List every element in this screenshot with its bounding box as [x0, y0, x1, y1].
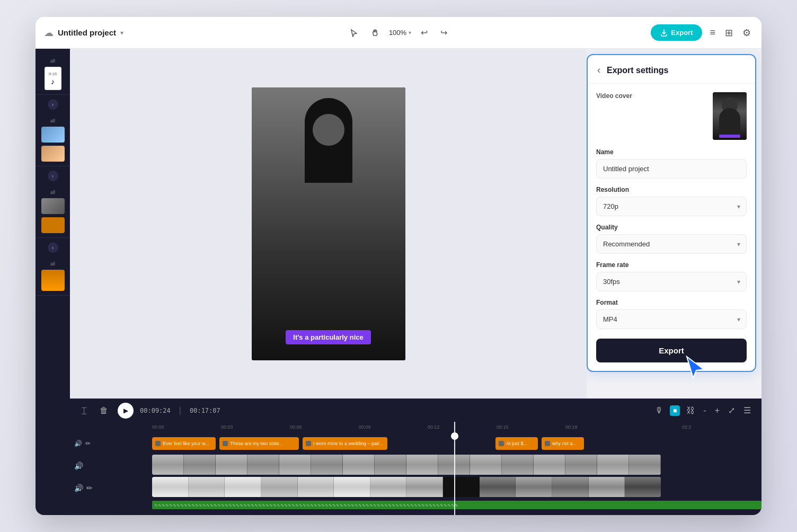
video-track-2-controls: 🔊 ✏ [70, 484, 152, 492]
project-name: Untitled project [58, 28, 116, 37]
frame-6 [311, 455, 343, 475]
subtitle-clip-5[interactable]: why not a... [542, 437, 584, 450]
subtitle-clip-2-text: These are my two siste... [230, 441, 283, 446]
current-time: 00:09:24 [140, 407, 171, 414]
fullscreen-button[interactable]: ⤢ [726, 403, 737, 418]
play-button[interactable]: ▶ [118, 403, 134, 419]
ruler-tick-1: 00:03 [221, 424, 233, 430]
bw-frame-10 [516, 477, 552, 497]
sidebar-thumb-2[interactable] [41, 146, 65, 162]
bw-frame-3 [225, 477, 261, 497]
subtitle-volume-icon[interactable]: 🔊 [74, 440, 82, 447]
audio-track-content[interactable]: ∿∿∿∿∿∿∿∿∿∿∿∿∿∿∿∿∿∿∿∿∿∿∿∿∿∿∿∿∿∿∿∿∿∿∿∿∿∿∿∿… [152, 501, 761, 509]
subtitle-clip-3-text: I wore mine to a wedding – pair... [313, 441, 383, 446]
mic-icon-button[interactable]: 🎙 [653, 404, 666, 418]
video-track-2-edit-icon[interactable]: ✏ [86, 484, 93, 492]
video-track-1-content [152, 455, 761, 477]
subtitle-clip-2[interactable]: These are my two siste... [219, 437, 299, 450]
screen-record-button[interactable]: ■ [670, 405, 680, 416]
sidebar-item-portrait[interactable]: 9:16 ♪ [45, 67, 61, 90]
select-tool-button[interactable] [347, 25, 361, 40]
bw-frame-1 [152, 477, 189, 497]
layers-icon-button[interactable]: ≡ [707, 25, 718, 40]
format-select[interactable]: MP4 MOV GIF WebM [596, 309, 747, 329]
clip-menu-button[interactable]: ☰ [741, 403, 753, 418]
redo-button[interactable]: ↪ [437, 24, 450, 41]
filmstrip-1[interactable] [152, 455, 661, 475]
audio-track-row: ∿∿∿∿∿∿∿∿∿∿∿∿∿∿∿∿∿∿∿∿∿∿∿∿∿∿∿∿∿∿∿∿∿∿∿∿∿∿∿∿… [70, 499, 761, 511]
subtitle-edit-icon[interactable]: ✏ [85, 440, 91, 447]
export-settings-panel: ‹ Export settings Video cover [587, 54, 756, 372]
frame-2 [184, 455, 216, 475]
sidebar-thumb-1[interactable] [41, 127, 65, 143]
panel-body: Video cover [588, 84, 755, 371]
subtitle-clip-3[interactable]: I wore mine to a wedding – pair... [303, 437, 387, 450]
quality-select[interactable]: Recommended High Medium Low [596, 234, 747, 254]
quality-field-group: Quality Recommended High Medium Low ▾ [596, 224, 747, 254]
subtitle-track-row: 🔊 ✏ Ever feel like your w... [70, 432, 761, 455]
resolution-label: Resolution [596, 186, 747, 193]
frame-14 [565, 455, 597, 475]
link-button[interactable]: ⛓ [684, 404, 697, 418]
sidebar-thumb-5[interactable] [41, 270, 65, 291]
framerate-select[interactable]: 30fps 24fps 60fps 25fps [596, 272, 747, 291]
export-action-button[interactable]: Export [596, 339, 747, 362]
ruler-tick-3: 00:09 [359, 424, 371, 430]
filmstrip-2[interactable] [152, 477, 661, 497]
sidebar-all-label-4: all [50, 261, 55, 267]
bw-frame-9 [480, 477, 516, 497]
sidebar-section-1: all 9:16 ♪ [36, 54, 70, 95]
sidebar-expand-2[interactable]: › [48, 171, 58, 181]
frame-16 [629, 455, 661, 475]
bw-frame-5 [298, 477, 334, 497]
subtitle-clip-2-icon [223, 441, 228, 446]
bw-frame-12 [589, 477, 625, 497]
ruler-tick-4: 00:12 [428, 424, 440, 430]
zoom-chevron-icon: ▾ [409, 30, 411, 36]
zoom-out-button[interactable]: - [701, 404, 708, 418]
sidebar-section-2: all [36, 114, 70, 166]
video-track-2-volume-icon[interactable]: 🔊 [74, 484, 83, 492]
export-button[interactable]: Export [651, 24, 702, 41]
video-track-2-content [152, 477, 761, 499]
bw-frame-6 [334, 477, 370, 497]
hand-tool-button[interactable] [368, 25, 383, 40]
resolution-select[interactable]: 720p 1080p 4K 480p [596, 197, 747, 216]
sidebar-thumb-3[interactable] [41, 198, 65, 214]
delete-clip-button[interactable]: 🗑 [96, 403, 111, 419]
format-select-wrapper: MP4 MOV GIF WebM ▾ [596, 309, 747, 329]
subtitle-track-controls: 🔊 ✏ [70, 440, 152, 447]
sidebar-section-3: all [36, 185, 70, 238]
layout-icon-button[interactable]: ⊞ [723, 25, 735, 41]
quality-label: Quality [596, 224, 747, 231]
bw-frame-7 [370, 477, 407, 497]
frame-3 [216, 455, 247, 475]
frame-8 [375, 455, 406, 475]
video-bottom: It's a particularly nice [252, 254, 405, 360]
sidebar-expand-3[interactable]: › [48, 242, 58, 253]
frame-13 [534, 455, 565, 475]
audio-waveform-label: ∿∿∿∿∿∿∿∿∿∿∿∿∿∿∿∿∿∿∿∿∿∿∿∿∿∿∿∿∿∿∿∿∿∿∿∿∿∿∿∿… [154, 503, 458, 508]
settings-icon-button[interactable]: ⚙ [740, 25, 753, 41]
video-track-1-volume-icon[interactable]: 🔊 [74, 462, 83, 470]
name-label: Name [596, 148, 747, 156]
frame-1 [152, 455, 184, 475]
bw-frame-13 [625, 477, 661, 497]
zoom-control[interactable]: 100% ▾ [389, 29, 411, 37]
framerate-field-group: Frame rate 30fps 24fps 60fps 25fps ▾ [596, 261, 747, 291]
panel-back-button[interactable]: ‹ [596, 64, 601, 77]
top-bar-right: Export ≡ ⊞ ⚙ [651, 24, 753, 41]
sidebar-thumb-4[interactable] [41, 217, 65, 233]
zoom-in-button[interactable]: + [713, 404, 722, 418]
subtitle-clip-4[interactable]: At just $... [495, 437, 538, 450]
subtitle-clip-1[interactable]: Ever feel like your w... [152, 437, 216, 450]
subtitle-clip-1-icon [155, 441, 161, 446]
sidebar-expand-1[interactable]: › [48, 99, 58, 110]
video-subtitle: It's a particularly nice [286, 330, 370, 344]
sidebar-all-label-2: all [50, 118, 55, 123]
trim-tool-button[interactable]: ⌶ [78, 403, 90, 419]
playhead-handle [451, 432, 458, 440]
name-input[interactable] [596, 159, 747, 179]
video-cover-thumbnail[interactable] [713, 92, 747, 140]
undo-button[interactable]: ↩ [418, 24, 431, 41]
